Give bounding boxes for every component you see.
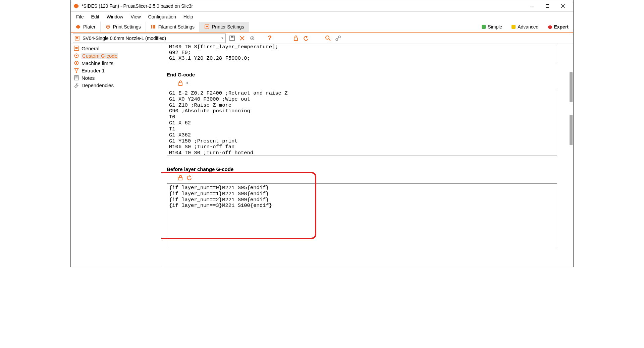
before-layer-gcode-textarea[interactable] [167,183,557,249]
preset-text: SV04-Single 0.6mm Nozzle-L (modified) [81,36,219,41]
main-panel: End G-code • Before layer change G-code [161,44,565,267]
svg-line-28 [337,38,339,39]
app-icon [73,3,79,9]
svg-rect-9 [153,25,154,28]
undo-icon[interactable] [186,175,192,181]
sidebar-item-notes[interactable]: Notes [71,74,161,81]
end-gcode-textarea[interactable] [167,89,557,156]
svg-marker-0 [74,4,78,8]
tab-label: Printer Settings [212,24,244,30]
mode-label: Expert [554,24,569,30]
tab-label: Filament Settings [158,24,195,30]
svg-marker-35 [74,68,78,72]
sidebar-item-general[interactable]: General [71,45,161,52]
settings-gear-button[interactable] [249,35,256,42]
dot-red-icon [548,25,552,29]
sidebar-item-machine-limits[interactable]: Machine limits [71,59,161,67]
sidebar-item-dependencies[interactable]: Dependencies [71,81,161,89]
dot-green-icon [482,25,486,29]
before-layer-title: Before layer change G-code [167,166,557,172]
funnel-icon [73,67,79,73]
end-gcode-icons: • [167,79,557,89]
minimize-button[interactable] [524,1,540,11]
menu-help[interactable]: Help [180,13,197,21]
menu-view[interactable]: View [127,13,144,21]
maximize-button[interactable] [540,1,555,11]
unlock-icon[interactable] [177,80,183,86]
sidebar-item-label: Machine limits [82,60,113,66]
svg-rect-22 [294,38,298,41]
menu-edit[interactable]: Edit [88,13,103,21]
menu-file[interactable]: File [73,13,87,21]
toolbar: SV04-Single 0.6mm Nozzle-L (modified) ▾ … [71,33,573,44]
sidebar-item-extruder-1[interactable]: Extruder 1 [71,67,161,74]
svg-point-7 [107,26,109,27]
mode-advanced[interactable]: Advanced [507,22,543,32]
unlock-icon[interactable] [177,175,183,181]
svg-rect-17 [231,36,233,38]
start-gcode-textarea[interactable] [167,44,557,64]
sidebar-item-label: Custom G-code [82,53,118,59]
scroll-thumb-top[interactable] [570,72,573,102]
svg-rect-41 [179,177,182,180]
titlebar: *SIDES (120 Fan) - PrusaSlicer-2.5.0 bas… [71,0,573,12]
undo-button[interactable] [302,35,310,42]
tab-print-settings[interactable]: Print Settings [101,22,146,32]
tab-printer-settings[interactable]: Printer Settings [200,22,249,33]
menubar: File Edit Window View Configuration Help [71,12,573,22]
svg-rect-40 [179,83,182,85]
svg-rect-8 [151,25,152,28]
sidebar-item-label: Extruder 1 [82,68,105,73]
svg-marker-23 [306,36,308,38]
svg-marker-5 [76,25,80,29]
tab-filament-settings[interactable]: Filament Settings [146,22,200,32]
plater-icon [75,24,81,30]
sidebar-item-custom-gcode[interactable]: Custom G-code [71,52,161,59]
svg-line-25 [329,39,330,41]
delete-preset-button[interactable] [238,35,246,42]
before-layer-icons [167,173,557,183]
tabbar: Plater Print Settings Filament Settings … [71,22,573,33]
svg-rect-30 [75,47,78,49]
chevron-down-icon: ▾ [219,36,225,40]
tab-label: Print Settings [113,24,141,30]
gear-icon [73,60,79,66]
svg-point-34 [76,62,77,64]
help-button[interactable]: ? [266,35,273,42]
save-preset-button[interactable] [228,35,236,42]
mode-switcher: Simple Advanced Expert [477,22,573,32]
dot-yellow-icon [512,25,516,29]
wrench-icon [73,82,79,88]
content-area: General Custom G-code Machine limits Ext… [71,44,573,267]
bullet-icon: • [186,82,188,85]
window-controls [524,1,571,11]
sidebar-item-label: General [82,46,99,51]
window-title: *SIDES (120 Fan) - PrusaSlicer-2.5.0 bas… [82,3,524,9]
mode-label: Advanced [518,24,538,30]
close-button[interactable] [555,1,571,11]
app-window: *SIDES (120 Fan) - PrusaSlicer-2.5.0 bas… [70,0,574,267]
menu-configuration[interactable]: Configuration [145,13,179,21]
end-gcode-title: End G-code [167,72,557,77]
compare-button[interactable] [334,35,342,42]
svg-point-21 [252,38,253,39]
svg-marker-13 [548,25,552,29]
menu-window[interactable]: Window [103,13,127,21]
scroll-thumb-bottom[interactable] [570,115,573,145]
svg-point-24 [326,36,329,39]
gear-icon [105,24,111,30]
preset-printer-icon [73,36,81,41]
svg-rect-2 [546,4,549,7]
sidebar-item-label: Dependencies [82,82,114,88]
search-button[interactable] [324,35,332,42]
mode-simple[interactable]: Simple [477,22,507,32]
mode-expert[interactable]: Expert [543,22,573,32]
printer-icon [73,45,79,51]
lock-button[interactable] [292,35,300,42]
preset-dropdown[interactable]: SV04-Single 0.6mm Nozzle-L (modified) ▾ [73,34,226,43]
scrollbar[interactable] [565,44,573,267]
tab-plater[interactable]: Plater [71,22,101,32]
svg-rect-15 [76,37,78,39]
printer-icon [204,24,210,30]
svg-rect-12 [206,26,208,27]
